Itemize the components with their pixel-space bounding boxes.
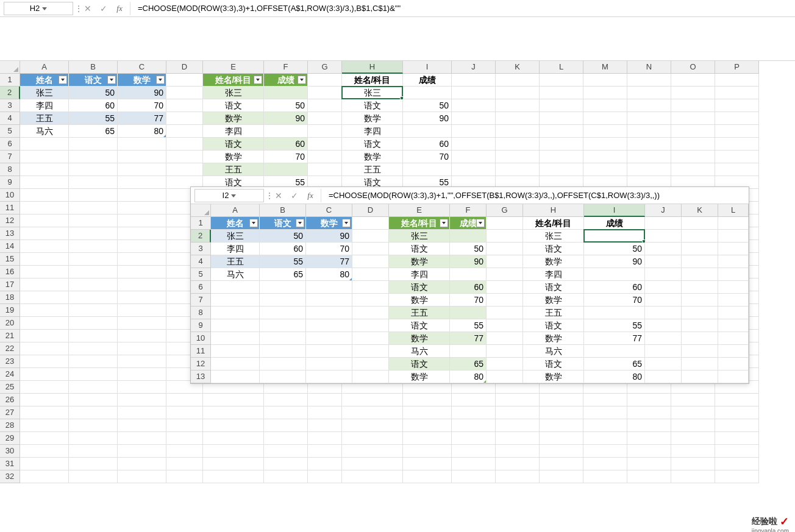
cell-N5[interactable] bbox=[627, 125, 671, 138]
cell-H8[interactable]: 王五 bbox=[342, 163, 403, 176]
cell-C10[interactable] bbox=[118, 189, 166, 202]
cell-H26[interactable] bbox=[342, 394, 403, 406]
cell-O29[interactable] bbox=[671, 432, 715, 445]
cell-D26[interactable] bbox=[166, 394, 203, 406]
cell-A4[interactable]: 王五 bbox=[20, 112, 69, 125]
cell-D6[interactable] bbox=[166, 138, 203, 151]
col-header-K[interactable]: K bbox=[682, 204, 718, 217]
cell-A7[interactable] bbox=[211, 294, 260, 307]
cell-L26[interactable] bbox=[540, 394, 583, 406]
cell-A9[interactable] bbox=[211, 319, 260, 332]
enter-button[interactable]: ✓ bbox=[96, 2, 112, 15]
filter-button[interactable] bbox=[59, 76, 67, 84]
col-header-I[interactable]: I bbox=[403, 61, 452, 74]
cell-E29[interactable] bbox=[203, 432, 264, 445]
cell-E4[interactable]: 数学 bbox=[389, 255, 450, 268]
cell-P31[interactable] bbox=[715, 458, 759, 470]
row-header-19[interactable]: 19 bbox=[0, 304, 20, 317]
cell-B20[interactable] bbox=[69, 317, 118, 330]
embedded-name-box[interactable]: I2 bbox=[194, 189, 264, 202]
cell-C31[interactable] bbox=[118, 458, 166, 470]
row-header-4[interactable]: 4 bbox=[191, 255, 211, 268]
cell-B9[interactable] bbox=[69, 176, 118, 189]
cell-L7[interactable] bbox=[718, 294, 749, 307]
cell-N2[interactable] bbox=[627, 87, 671, 99]
cell-B21[interactable] bbox=[69, 330, 118, 342]
cell-N32[interactable] bbox=[627, 470, 671, 483]
cell-D30[interactable] bbox=[166, 445, 203, 458]
cell-A26[interactable] bbox=[20, 394, 69, 406]
cell-G9[interactable] bbox=[487, 319, 523, 332]
cell-G7[interactable] bbox=[308, 151, 342, 163]
cell-M4[interactable] bbox=[583, 112, 627, 125]
cell-O27[interactable] bbox=[671, 406, 715, 419]
cell-A6[interactable] bbox=[211, 281, 260, 294]
cell-A9[interactable] bbox=[20, 176, 69, 189]
cell-K28[interactable] bbox=[496, 419, 540, 432]
cell-I31[interactable] bbox=[403, 458, 452, 470]
cell-F1[interactable]: 成绩 bbox=[264, 74, 308, 87]
row-header-30[interactable]: 30 bbox=[0, 445, 20, 458]
row-header-28[interactable]: 28 bbox=[0, 419, 20, 432]
cell-B5[interactable]: 65 bbox=[69, 125, 118, 138]
cell-K29[interactable] bbox=[496, 432, 540, 445]
row-header-21[interactable]: 21 bbox=[0, 330, 20, 342]
cell-F8[interactable] bbox=[264, 163, 308, 176]
cell-H29[interactable] bbox=[342, 432, 403, 445]
cell-A1[interactable]: 姓名 bbox=[211, 217, 260, 230]
cell-G3[interactable] bbox=[308, 99, 342, 112]
cell-E9[interactable]: 语文 bbox=[389, 319, 450, 332]
cell-C1[interactable]: 数学 bbox=[118, 74, 166, 87]
cell-I13[interactable]: 80 bbox=[584, 371, 645, 383]
cell-F29[interactable] bbox=[264, 432, 308, 445]
row-header-31[interactable]: 31 bbox=[0, 458, 20, 470]
cell-J27[interactable] bbox=[452, 406, 496, 419]
cell-B3[interactable]: 60 bbox=[260, 243, 306, 255]
cell-D4[interactable] bbox=[166, 112, 203, 125]
row-header-22[interactable]: 22 bbox=[0, 342, 20, 355]
cell-L2[interactable] bbox=[540, 87, 583, 99]
cell-G2[interactable] bbox=[308, 87, 342, 99]
cell-A10[interactable] bbox=[211, 332, 260, 345]
cell-B8[interactable] bbox=[260, 307, 306, 319]
cell-B19[interactable] bbox=[69, 304, 118, 317]
cell-I30[interactable] bbox=[403, 445, 452, 458]
cell-K12[interactable] bbox=[682, 358, 718, 371]
cell-I8[interactable] bbox=[403, 163, 452, 176]
cell-J5[interactable] bbox=[645, 268, 682, 281]
cell-E28[interactable] bbox=[203, 419, 264, 432]
cell-H13[interactable]: 数学 bbox=[523, 371, 584, 383]
row-header-7[interactable]: 7 bbox=[0, 151, 20, 163]
cell-J7[interactable] bbox=[452, 151, 496, 163]
cell-L13[interactable] bbox=[718, 371, 749, 383]
cell-I1[interactable]: 成绩 bbox=[403, 74, 452, 87]
cell-B5[interactable]: 65 bbox=[260, 268, 306, 281]
cell-L8[interactable] bbox=[718, 307, 749, 319]
cell-J8[interactable] bbox=[452, 163, 496, 176]
cell-J9[interactable] bbox=[645, 319, 682, 332]
cell-B23[interactable] bbox=[69, 355, 118, 368]
col-header-B[interactable]: B bbox=[260, 204, 306, 217]
cell-I6[interactable]: 60 bbox=[584, 281, 645, 294]
cell-P32[interactable] bbox=[715, 470, 759, 483]
cell-E5[interactable]: 李四 bbox=[389, 268, 450, 281]
cell-L12[interactable] bbox=[718, 358, 749, 371]
cell-N8[interactable] bbox=[627, 163, 671, 176]
cell-J5[interactable] bbox=[452, 125, 496, 138]
cell-C17[interactable] bbox=[118, 278, 166, 291]
cell-G5[interactable] bbox=[308, 125, 342, 138]
row-header-26[interactable]: 26 bbox=[0, 394, 20, 406]
cell-K6[interactable] bbox=[496, 138, 540, 151]
cell-A17[interactable] bbox=[20, 278, 69, 291]
col-header-L[interactable]: L bbox=[718, 204, 749, 217]
cell-P29[interactable] bbox=[715, 432, 759, 445]
cell-H6[interactable]: 语文 bbox=[523, 281, 584, 294]
cell-A13[interactable] bbox=[211, 371, 260, 383]
cell-J12[interactable] bbox=[645, 358, 682, 371]
cell-M3[interactable] bbox=[583, 99, 627, 112]
cell-G8[interactable] bbox=[487, 307, 523, 319]
row-header-5[interactable]: 5 bbox=[0, 125, 20, 138]
cell-H1[interactable]: 姓名/科目 bbox=[342, 74, 403, 87]
cell-B31[interactable] bbox=[69, 458, 118, 470]
cell-O32[interactable] bbox=[671, 470, 715, 483]
